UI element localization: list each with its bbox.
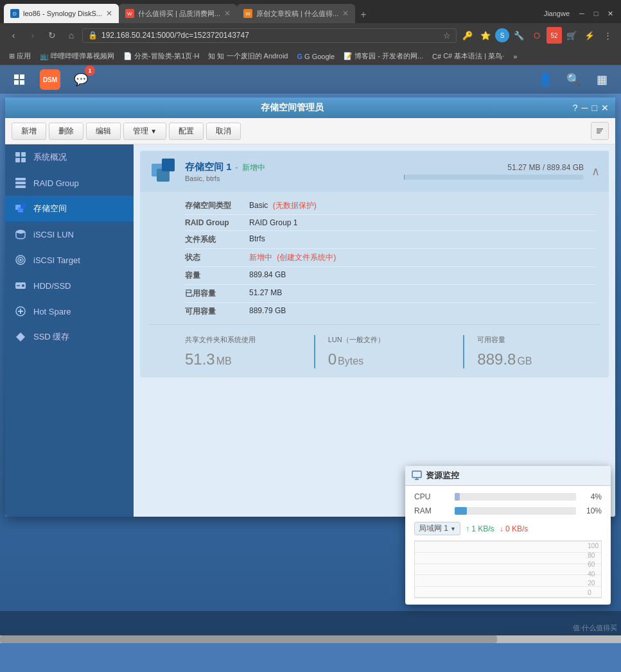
detail-capacity: 容量 889.84 GB [185,267,596,285]
usage-lun-label: LUN（一般文件） [328,335,451,347]
bookmark-category[interactable]: 📄 分类-冒险类-第1页·H [119,50,203,62]
ext-opera-icon[interactable]: O [529,27,545,44]
sidebar-label-storage: 存储空间 [33,203,67,214]
rm-ram-bar-fill [455,507,467,515]
rm-ram-row: RAM 10% [414,506,602,515]
home-button[interactable]: ⌂ [63,27,80,44]
network-label-button[interactable]: 局域网 1 ▼ [414,522,460,535]
rm-cpu-pct: 4% [581,492,602,501]
collapse-button[interactable]: ∧ [591,164,600,178]
apps-icon: ⊞ [9,52,15,60]
usage-shared-label: 共享文件夹和系统使用 [185,335,308,347]
window-toolbar: 新增 删除 编辑 管理 ▼ 配置 取消 [5,118,615,144]
svg-marker-27 [16,332,25,341]
ext-settings1-icon[interactable]: 🔧 [511,27,527,44]
window-title: 存储空间管理员 [12,102,573,114]
storage-manager-window: 存储空间管理员 ? ─ □ ✕ 新增 删除 编辑 管理 ▼ 配置 取消 [5,98,615,517]
back-button[interactable]: ‹ [5,27,22,44]
bookmark-cnblogs[interactable]: 📝 博客园 - 开发者的网... [340,50,427,62]
main-menu-button[interactable] [8,68,31,91]
rm-title: 资源监控 [426,470,459,481]
bookmark-bilibili[interactable]: 📺 哔哩哔哩弹幕视频网 [36,50,118,62]
add-button[interactable]: 新增 [12,123,46,140]
tab-close-shop[interactable]: ✕ [224,9,231,18]
network-down-speed: ↓ 0 KB/s [500,524,529,533]
bookmark-apps[interactable]: ⊞ 应用 [5,50,35,62]
sort-button[interactable] [591,122,609,140]
ext-logo1-icon[interactable]: S [495,28,509,42]
window-help-button[interactable]: ? [573,103,578,113]
svg-rect-9 [15,158,20,162]
sidebar-item-iscsi-target[interactable]: iSCSI Target [5,247,134,273]
view-mode-button[interactable]: ▦ [590,68,613,91]
detail-raid: RAID Group RAID Group 1 [185,215,596,231]
sidebar-item-overview[interactable]: 系统概况 [5,144,134,170]
doc-icon: 📄 [123,52,132,60]
tab-close-article[interactable]: ✕ [342,9,349,18]
network-up-speed: ↑ 1 KB/s [466,524,494,533]
storage-item-header[interactable]: 存储空间 1 - 新增中 Basic, btrfs 51.27 MB / 889… [140,151,609,192]
reload-button[interactable]: ↻ [44,27,60,44]
more-bookmarks-button[interactable]: » [509,51,521,62]
bookmark-android[interactable]: 知 知 一个废旧的 Android [204,50,292,62]
forward-button[interactable]: › [24,27,41,44]
window-titlebar: 存储空间管理员 ? ─ □ ✕ [5,98,615,118]
ext-key-icon[interactable]: 🔑 [459,27,476,44]
cancel-button[interactable]: 取消 [206,123,241,140]
sidebar-label-iscsi-target: iSCSI Target [33,255,80,265]
sidebar-item-raid[interactable]: RAID Group [5,170,134,196]
window-maximize-button[interactable]: □ [592,103,597,113]
sidebar-item-ssd-cache[interactable]: SSD 缓存 [5,324,134,350]
sidebar-item-hot-spare[interactable]: Hot Spare [5,298,134,324]
window-close-button[interactable]: ✕ [601,103,609,113]
search-header-button[interactable]: 🔍 [562,68,585,91]
address-text: 192.168.50.241:5000/?dc=1523720143747 [101,31,249,40]
usage-col-avail: 可用容量 889.8GB [464,335,600,368]
ext-shop-icon[interactable]: 🛒 [563,27,580,44]
detail-type: 存储空间类型 Basic (无数据保护) [185,197,596,215]
bookmark-csharp[interactable]: C# C# 基本语法 | 菜鸟· [428,50,508,62]
address-bar[interactable]: 🔒 192.168.50.241:5000/?dc=1523720143747 … [82,28,457,43]
window-minimize-button[interactable]: ─ [582,103,588,113]
ext-badge-icon[interactable]: 52 [547,27,562,44]
notification-badge-wrapper[interactable]: 💬 1 [69,68,92,91]
config-button[interactable]: 配置 [169,123,204,140]
tab-close-dsm[interactable]: ✕ [106,9,112,18]
detail-avail: 可用容量 889.79 GB [185,303,596,320]
maximize-button[interactable]: □ [589,6,603,21]
bookmarks-bar: ⊞ 应用 📺 哔哩哔哩弹幕视频网 📄 分类-冒险类-第1页·H 知 知 一个废旧… [0,47,621,65]
svg-rect-0 [14,74,19,79]
ext-extra-icon[interactable]: ⚡ [581,27,598,44]
svg-point-22 [22,284,24,287]
usage-col-lun: LUN（一般文件） 0Bytes [315,335,465,368]
tab-article[interactable]: W 原创文章投稿 | 什么值得... ✕ [237,4,355,23]
more-options-button[interactable]: ⋮ [599,27,616,44]
sort-icon [595,126,604,135]
sidebar-item-hdd-ssd[interactable]: HDD/SSD [5,273,134,298]
horizontal-scrollbar[interactable] [0,635,621,643]
hdd-icon [14,279,27,292]
edit-button[interactable]: 编辑 [86,123,121,140]
close-button[interactable]: ✕ [603,6,617,21]
rm-cpu-bar-fill [455,493,460,501]
user-button[interactable]: 👤 [534,68,557,91]
browser-chrome: D leo86 - Synology DiskS... ✕ W 什么值得买 | … [0,0,621,65]
tab-shop[interactable]: W 什么值得买 | 品质消费网... ✕ [119,4,237,23]
tab-dsm[interactable]: D leo86 - Synology DiskS... ✕ [4,4,119,23]
minimize-button[interactable]: ─ [575,6,589,21]
bookmark-star-icon[interactable]: ☆ [443,31,451,40]
content-area: 存储空间 1 - 新增中 Basic, btrfs 51.27 MB / 889… [134,144,615,517]
sidebar: 系统概况 RAID Group [5,144,134,517]
sidebar-label-hdd-ssd: HDD/SSD [33,281,71,291]
manage-button[interactable]: 管理 ▼ [123,123,166,140]
delete-button[interactable]: 删除 [49,123,83,140]
tab-favicon-article: W [243,9,252,18]
ext-star-icon[interactable]: ⭐ [477,27,494,44]
google-icon: G [297,53,302,60]
new-tab-button[interactable]: + [355,6,371,23]
sidebar-item-iscsi-lun[interactable]: iSCSI LUN [5,221,134,247]
sidebar-item-storage[interactable]: 存储空间 [5,196,134,221]
scrollbar-thumb[interactable] [0,635,497,643]
bookmark-google[interactable]: G G Google [293,51,338,62]
dsm-logo-button[interactable]: DSM [36,65,64,94]
